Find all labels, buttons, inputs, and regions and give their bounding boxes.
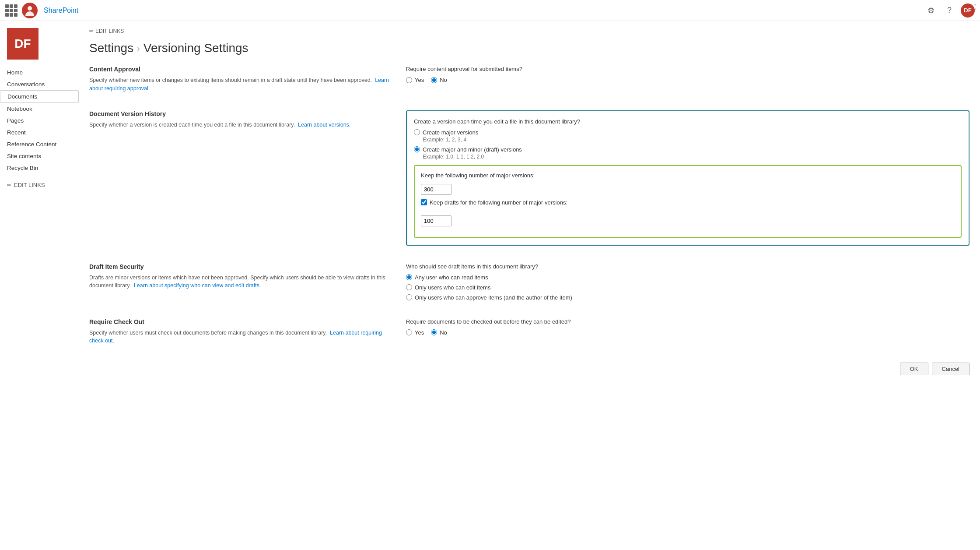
breadcrumb-versioning: Versioning Settings [144, 41, 248, 55]
sidebar-link-site-contents[interactable]: Site contents [0, 150, 79, 162]
require-checkout-section: Require Check Out Specify whether users … [89, 318, 970, 346]
checkout-yes-radio[interactable] [406, 329, 412, 335]
draft-security-question: Who should see draft items in this docum… [406, 263, 970, 270]
draft-edit-users-option[interactable]: Only users who can edit items [406, 284, 970, 291]
major-minor-version-text: Create major and minor (draft) versions [423, 146, 522, 153]
sidebar-link-conversations[interactable]: Conversations [0, 78, 79, 90]
draft-security-radio-group: Any user who can read items Only users w… [406, 274, 970, 301]
content-approval-desc: Specify whether new items or changes to … [89, 76, 396, 93]
doc-version-right: Create a version each time you edit a fi… [406, 110, 970, 246]
waffle-menu-icon[interactable] [5, 4, 18, 17]
sidebar-item-home[interactable]: Home [0, 67, 79, 78]
major-version-radio[interactable] [414, 129, 420, 135]
sidebar-link-documents[interactable]: Documents [0, 90, 79, 103]
sidebar-link-notebook[interactable]: Notebook [0, 103, 79, 115]
page-header-row: ✏ EDIT LINKS [89, 28, 970, 34]
sidebar-link-recent[interactable]: Recent [0, 127, 79, 138]
keep-drafts-label: Keep drafts for the following number of … [430, 199, 567, 206]
svg-point-0 [28, 6, 32, 11]
keep-drafts-input[interactable] [421, 215, 452, 226]
checkout-no-label: No [440, 329, 447, 336]
content-approval-no-label: No [440, 77, 447, 83]
sidebar-item-site-contents[interactable]: Site contents [0, 150, 79, 162]
keep-major-versions-input[interactable] [421, 184, 452, 195]
major-minor-version-label[interactable]: Create major and minor (draft) versions [414, 146, 962, 153]
draft-edit-users-label: Only users who can edit items [415, 284, 490, 291]
checkout-yes-label: Yes [415, 329, 424, 336]
keep-drafts-checkbox[interactable] [421, 199, 427, 205]
draft-security-right: Who should see draft items in this docum… [406, 263, 970, 301]
draft-any-user-radio[interactable] [406, 274, 412, 280]
sidebar: DF Home Conversations Documents Notebook… [0, 21, 79, 550]
draft-any-user-option[interactable]: Any user who can read items [406, 274, 970, 281]
draft-security-left: Draft Item Security Drafts are minor ver… [89, 263, 396, 301]
sidebar-item-notebook[interactable]: Notebook [0, 103, 79, 115]
draft-approve-users-radio[interactable] [406, 294, 412, 300]
draft-security-section: Draft Item Security Drafts are minor ver… [89, 263, 970, 301]
draft-security-learn-more-link[interactable]: Learn about specifying who can view and … [134, 282, 261, 289]
major-minor-version-option: Create major and minor (draft) versions … [414, 146, 962, 160]
content-approval-no-option[interactable]: No [431, 77, 447, 83]
content-approval-title: Content Approval [89, 66, 396, 73]
page-title: Settings › Versioning Settings [89, 41, 970, 55]
require-checkout-left: Require Check Out Specify whether users … [89, 318, 396, 346]
major-minor-version-radio[interactable] [414, 146, 420, 152]
cancel-button[interactable]: Cancel [932, 363, 970, 375]
top-navigation: SharePoint ⚙ ? DF ⛶ [0, 0, 980, 21]
content-approval-question: Require content approval for submitted i… [406, 66, 970, 72]
draft-approve-users-label: Only users who can approve items (and th… [415, 294, 572, 301]
doc-version-learn-more-link[interactable]: Learn about versions. [298, 122, 350, 128]
doc-version-question: Create a version each time you edit a fi… [414, 118, 962, 125]
resize-icon[interactable]: ⛶ [970, 4, 976, 11]
main-content: ✏ EDIT LINKS Settings › Versioning Setti… [79, 21, 980, 550]
header-edit-links-button[interactable]: ✏ EDIT LINKS [89, 28, 124, 34]
breadcrumb-settings: Settings [89, 41, 133, 55]
major-version-label[interactable]: Create major versions [414, 129, 962, 136]
draft-approve-users-option[interactable]: Only users who can approve items (and th… [406, 294, 970, 301]
sidebar-link-pages[interactable]: Pages [0, 115, 79, 127]
sidebar-nav: Home Conversations Documents Notebook Pa… [0, 67, 79, 174]
version-radio-group: Create major versions Example: 1, 2, 3, … [414, 129, 962, 160]
content-approval-section: Content Approval Specify whether new ite… [89, 66, 970, 93]
checkout-no-radio[interactable] [431, 329, 437, 335]
doc-version-title: Document Version History [89, 110, 396, 117]
content-approval-no-radio[interactable] [431, 77, 437, 83]
doc-version-desc: Specify whether a version is created eac… [89, 121, 396, 129]
content-approval-yes-option[interactable]: Yes [406, 77, 424, 83]
draft-any-user-label: Any user who can read items [415, 274, 488, 281]
sidebar-item-documents[interactable]: Documents [0, 90, 79, 103]
content-approval-radio-group: Yes No [406, 77, 970, 83]
checkout-no-option[interactable]: No [431, 329, 447, 336]
sidebar-link-reference[interactable]: Reference Content [0, 138, 79, 150]
sidebar-edit-links-button[interactable]: ✏ EDIT LINKS [0, 179, 52, 191]
draft-edit-users-radio[interactable] [406, 284, 412, 290]
doc-version-left: Document Version History Specify whether… [89, 110, 396, 246]
sidebar-link-recycle-bin[interactable]: Recycle Bin [0, 162, 79, 174]
sidebar-link-home[interactable]: Home [0, 67, 79, 78]
sidebar-item-reference[interactable]: Reference Content [0, 138, 79, 150]
draft-security-desc: Drafts are minor versions or items which… [89, 274, 396, 290]
sidebar-item-conversations[interactable]: Conversations [0, 78, 79, 90]
sidebar-item-recent[interactable]: Recent [0, 127, 79, 138]
require-checkout-title: Require Check Out [89, 318, 396, 325]
content-approval-yes-radio[interactable] [406, 77, 412, 83]
draft-security-title: Draft Item Security [89, 263, 396, 270]
sidebar-edit-links-label: EDIT LINKS [14, 182, 45, 188]
sidebar-item-pages[interactable]: Pages [0, 115, 79, 127]
sidebar-item-recycle-bin[interactable]: Recycle Bin [0, 162, 79, 174]
help-icon[interactable]: ? [942, 4, 956, 18]
keep-drafts-checkbox-item[interactable]: Keep drafts for the following number of … [421, 199, 955, 206]
require-checkout-question: Require documents to be checked out befo… [406, 318, 970, 325]
pencil-icon: ✏ [7, 182, 11, 188]
action-buttons: OK Cancel [89, 363, 970, 384]
major-minor-version-example: Example: 1.0, 1.1, 1.2, 2.0 [423, 154, 962, 160]
require-checkout-desc: Specify whether users must check out doc… [89, 329, 396, 346]
header-edit-links-label: EDIT LINKS [95, 28, 124, 34]
checkout-yes-option[interactable]: Yes [406, 329, 424, 336]
ok-button[interactable]: OK [900, 363, 928, 375]
settings-icon[interactable]: ⚙ [924, 4, 938, 18]
require-checkout-radio-group: Yes No [406, 329, 970, 336]
major-version-option: Create major versions Example: 1, 2, 3, … [414, 129, 962, 143]
header-pencil-icon: ✏ [89, 28, 94, 34]
site-logo: DF [7, 28, 38, 60]
